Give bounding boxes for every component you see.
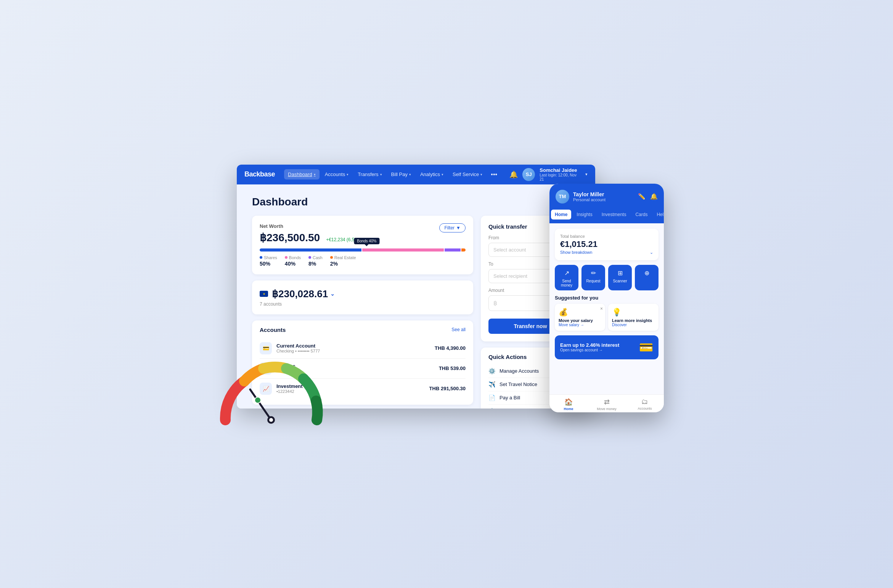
suggestion-move-salary[interactable]: × 💰 Move your salary Move salary →: [555, 304, 605, 331]
home-icon: 🏠: [564, 398, 573, 406]
brand-logo: Backbase: [244, 170, 275, 178]
account-name: Current Account: [276, 343, 435, 349]
portfolio-legend: Shares 50% Bonds 40%: [260, 255, 466, 267]
realestate-dot: [330, 256, 333, 259]
suggestion-insights[interactable]: 💡 Learn more insights Discover: [608, 304, 659, 331]
mobile-avatar: TM: [556, 190, 569, 203]
insights-icon: 💡: [612, 308, 655, 317]
mobile-nav-home[interactable]: 🏠 Home: [549, 398, 588, 411]
mobile-balance-card: Total balance €1,015.21 Show breakdown ⌄: [555, 229, 659, 260]
legend-realestate: Real Estate 2%: [330, 255, 356, 267]
transfer-icon: ⇄: [604, 398, 610, 406]
account-balance: THB 4,390.00: [435, 345, 466, 351]
user-dropdown-icon[interactable]: ▾: [585, 172, 588, 177]
chevron-down-icon: ⌄: [650, 250, 653, 255]
send-money-button[interactable]: ↗ Send money: [555, 265, 578, 290]
suggested-row: × 💰 Move your salary Move salary → 💡 Lea…: [555, 304, 659, 331]
settings-icon: ⚙️: [488, 368, 496, 375]
nav-item-analytics[interactable]: Analytics ▾: [416, 169, 447, 179]
legend-bonds: Bonds 40%: [285, 255, 301, 267]
mobile-user-name: Taylor Miller: [573, 191, 606, 197]
shares-bar: [260, 248, 361, 252]
mobile-header: TM Taylor Miller Personal account ✏️ 🔔: [549, 184, 664, 210]
promo-title: Earn up to 2.46% interest: [560, 342, 635, 348]
scanner-icon: ⊞: [618, 269, 623, 277]
page-title: Dashboard: [252, 196, 580, 208]
document-icon: 📋: [488, 408, 496, 409]
mobile-bell-icon[interactable]: 🔔: [650, 193, 658, 200]
account-balance: THB 539.00: [439, 365, 466, 371]
see-all-link[interactable]: See all: [451, 327, 466, 332]
net-worth-card: Net Worth ฿236,500.50 +€12,234 (6,51%) (…: [252, 216, 473, 274]
accounts-dropdown-icon[interactable]: ⌄: [330, 291, 335, 297]
user-avatar: SJ: [522, 168, 535, 181]
filter-icon: ▼: [456, 225, 461, 231]
promo-link[interactable]: Open savings account →: [560, 348, 635, 352]
scanner-button[interactable]: ⊞ Scanner: [608, 265, 632, 290]
promo-card[interactable]: Earn up to 2.46% interest Open savings a…: [555, 335, 659, 359]
cash-bar: [445, 248, 461, 252]
mobile-tab-insights[interactable]: Insights: [573, 210, 596, 219]
filter-button[interactable]: Filter ▼: [439, 223, 466, 232]
more-action-button[interactable]: ⊕: [635, 265, 659, 290]
bonds-bar: [362, 248, 444, 252]
balance-label: Total balance: [560, 234, 653, 239]
accounts-total: ฿230,028.61 ⌄: [272, 288, 335, 300]
net-worth-label: Net Worth: [260, 223, 373, 229]
chevron-icon: ▾: [480, 173, 482, 176]
close-icon[interactable]: ×: [600, 306, 603, 311]
user-name: Somchai Jaidee: [540, 167, 581, 173]
last-login: Last login: 12:00, Nov 21: [540, 173, 581, 181]
nav-item-transfers[interactable]: Transfers ▾: [354, 169, 385, 179]
mobile-tab-home[interactable]: Home: [551, 210, 571, 219]
nav-item-selfservice[interactable]: Self Service ▾: [449, 169, 486, 179]
mobile-body: Total balance €1,015.21 Show breakdown ⌄…: [549, 223, 664, 394]
nav-more-button[interactable]: •••: [488, 170, 500, 179]
user-info: Somchai Jaidee Last login: 12:00, Nov 21: [540, 167, 581, 181]
nav-item-accounts[interactable]: Accounts ▾: [321, 169, 352, 179]
balance-value: €1,015.21: [560, 239, 653, 249]
bill-icon: 📄: [488, 394, 496, 401]
nav-right: 🔔 SJ Somchai Jaidee Last login: 12:00, N…: [509, 167, 588, 181]
show-breakdown[interactable]: Show breakdown ⌄: [560, 250, 653, 255]
plane-icon: ✈️: [488, 381, 496, 388]
legend-cash: Cash 8%: [308, 255, 323, 267]
cash-dot: [308, 256, 311, 259]
chevron-icon: ▾: [442, 173, 443, 176]
mobile-tab-cards[interactable]: Cards: [631, 210, 651, 219]
chevron-icon: ▾: [347, 173, 349, 176]
top-nav: Backbase Dashboard ▾ Accounts ▾ Transfer…: [237, 165, 595, 184]
suggested-title: Suggested for you: [555, 295, 659, 301]
nav-item-dashboard[interactable]: Dashboard ▾: [284, 169, 320, 179]
mobile-tabs: Home Insights Investments Cards Help: [549, 210, 664, 223]
mobile-nav-accounts[interactable]: 🗂 Accounts: [626, 398, 664, 411]
request-button[interactable]: ✏ Request: [581, 265, 605, 290]
account-balance: THB 291,500.30: [429, 386, 466, 391]
legend-shares: Shares 50%: [260, 255, 277, 267]
svg-point-2: [269, 418, 273, 422]
accounts-count: 7 accounts: [260, 301, 466, 307]
chevron-icon: ▾: [380, 173, 382, 176]
action-buttons: ↗ Send money ✏ Request ⊞ Scanner ⊕: [555, 265, 659, 290]
mobile-account-type: Personal account: [573, 197, 606, 202]
notification-bell-icon[interactable]: 🔔: [509, 170, 518, 179]
mobile-tab-help[interactable]: Help: [653, 210, 664, 219]
account-sub: Checking • •••••••• 5777: [276, 349, 435, 353]
edit-icon[interactable]: ✏️: [638, 193, 646, 200]
nav-items: Dashboard ▾ Accounts ▾ Transfers ▾ Bill …: [284, 169, 500, 179]
shares-dot: [260, 256, 262, 259]
promo-text: Earn up to 2.46% interest Open savings a…: [560, 342, 635, 352]
mobile-nav-move-money[interactable]: ⇄ Move money: [588, 398, 626, 411]
nav-item-billpay[interactable]: Bill Pay ▾: [387, 169, 415, 179]
accounts-summary-card: ★ ฿230,028.61 ⌄ 7 accounts: [252, 280, 473, 314]
svg-line-0: [250, 389, 271, 420]
bonds-dot: [285, 256, 287, 259]
eu-flag-icon: ★: [260, 291, 268, 297]
chevron-icon: ▾: [314, 173, 316, 176]
net-worth-value: ฿236,500.50: [260, 231, 320, 244]
accounts-list-title: Accounts: [260, 327, 286, 333]
more-icon: ⊕: [644, 269, 649, 277]
salary-icon: 💰: [559, 308, 601, 317]
svg-point-3: [255, 397, 261, 403]
mobile-tab-investments[interactable]: Investments: [598, 210, 630, 219]
